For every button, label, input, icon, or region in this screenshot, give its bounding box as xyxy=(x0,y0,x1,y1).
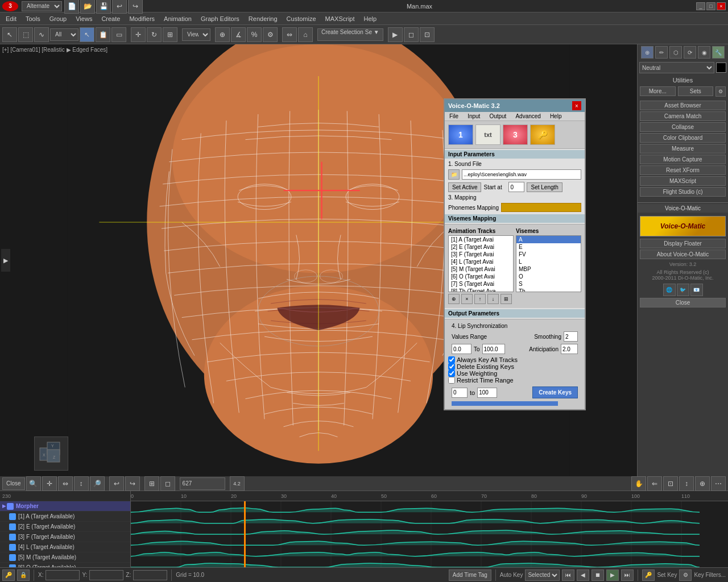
viseme-item-a[interactable]: A xyxy=(516,236,581,243)
vom-icon-3[interactable]: 3 xyxy=(503,124,528,145)
vom-file-icon[interactable]: 📁 xyxy=(448,169,460,180)
vom-visemes-list[interactable]: A E FV L MBP O S Th UWQ xyxy=(516,235,581,292)
select-by-name-btn[interactable]: 📋 xyxy=(96,27,110,42)
vom-panel-icon-3[interactable]: 📧 xyxy=(690,284,703,296)
vom-cb-delete-keys[interactable] xyxy=(448,363,455,370)
menu-animation[interactable]: Animation xyxy=(159,14,196,23)
viseme-item-mbp[interactable]: MBP xyxy=(516,265,581,273)
tl-pan2-btn[interactable]: ↕ xyxy=(679,476,694,491)
tl-snap-btn[interactable]: ⊞ xyxy=(144,476,159,491)
minimize-btn[interactable]: _ xyxy=(696,2,705,10)
close-btn[interactable]: × xyxy=(717,2,726,10)
open-btn[interactable]: 📂 xyxy=(80,0,95,14)
lasso-btn[interactable]: ∿ xyxy=(34,27,49,42)
viseme-item-o[interactable]: O xyxy=(516,273,581,280)
tl-frame-left-btn[interactable]: ⇐ xyxy=(647,476,662,491)
viewport[interactable]: [+] [Camera01] [Realistic ▶ Edged Faces] xyxy=(0,44,637,476)
tl-frame-icon-btn[interactable]: ⊡ xyxy=(663,476,678,491)
config-icon[interactable]: ⚙ xyxy=(715,86,726,97)
play-back-btn[interactable]: ◀ xyxy=(577,569,589,581)
viseme-item-l[interactable]: L xyxy=(516,258,581,265)
select-btn[interactable]: ↖ xyxy=(2,27,17,42)
tl-more-btn[interactable]: ⋯ xyxy=(711,476,726,491)
tl-4.2-btn[interactable]: 4.2 xyxy=(230,476,245,491)
vom-menu-file[interactable]: File xyxy=(445,112,463,120)
vom-file-input[interactable] xyxy=(462,169,581,180)
vom-action-3[interactable]: ↑ xyxy=(474,294,486,304)
morpher-track[interactable]: ▶ Morpher xyxy=(0,501,130,512)
redo-btn[interactable]: ↪ xyxy=(128,0,143,14)
lock-btn[interactable]: 🔒 xyxy=(17,569,30,581)
tl-region-btn[interactable]: ◻ xyxy=(160,476,175,491)
color-clipboard-btn[interactable]: Color Clipboard xyxy=(640,133,726,143)
vom-titlebar[interactable]: Voice-O-Matic 3.2 × xyxy=(445,99,585,112)
vom-icon-txt[interactable]: txt xyxy=(475,124,500,145)
vom-close-btn[interactable]: × xyxy=(572,101,581,110)
vom-setlength-btn[interactable]: Set Length xyxy=(527,182,562,192)
tl-undo-btn[interactable]: ↩ xyxy=(109,476,124,491)
vom-close-panel-btn[interactable]: Close xyxy=(640,298,726,307)
render2-btn[interactable]: ◻ xyxy=(404,27,419,42)
modify-icon[interactable]: ✏ xyxy=(655,46,668,59)
menu-edit[interactable]: Edit xyxy=(1,14,21,23)
vom-action-1[interactable]: ⊕ xyxy=(448,294,460,304)
track-item-1[interactable]: [1] A (Target Avai xyxy=(449,236,513,243)
maxscript-util-btn[interactable]: MAXScript xyxy=(640,176,726,186)
motion-capture-btn[interactable]: Motion Capture xyxy=(640,155,726,164)
new-btn[interactable]: 📄 xyxy=(64,0,79,14)
create-keys-btn[interactable]: Create Keys xyxy=(532,386,578,398)
menu-help[interactable]: Help xyxy=(359,14,382,23)
track-item-3[interactable]: [3] F (Target Avai xyxy=(449,251,513,258)
menu-rendering[interactable]: Rendering xyxy=(244,14,282,23)
y-input[interactable] xyxy=(89,570,123,580)
vom-menu-help[interactable]: Help xyxy=(545,112,566,120)
scale-btn[interactable]: ⊞ xyxy=(163,27,177,42)
viseme-item-fv[interactable]: FV xyxy=(516,251,581,258)
z-input[interactable] xyxy=(133,570,167,580)
asset-browser-btn[interactable]: Asset Browser xyxy=(640,101,726,110)
vom-action-4[interactable]: ↓ xyxy=(487,294,499,304)
viseme-item-s[interactable]: S xyxy=(516,280,581,288)
create-selection-btn[interactable]: Create Selection Se ▼ xyxy=(317,28,383,41)
percent-snap-btn[interactable]: % xyxy=(247,27,262,42)
render3-btn[interactable]: ⊡ xyxy=(420,27,435,42)
reset-xform-btn[interactable]: Reset XForm xyxy=(640,165,726,175)
motion-icon[interactable]: ⟳ xyxy=(684,46,696,59)
vom-cb-use-weighting[interactable] xyxy=(448,370,455,377)
track-timeline-area[interactable]: 0 10 20 30 40 50 60 70 80 90 100 110 xyxy=(131,491,728,567)
x-input[interactable] xyxy=(46,570,80,580)
vom-icon-key[interactable]: 🔑 xyxy=(530,124,555,145)
playhead[interactable] xyxy=(245,501,246,567)
menu-maxscript[interactable]: MAXScript xyxy=(321,14,359,23)
vom-menu-advanced[interactable]: Advanced xyxy=(511,112,545,120)
tl-zoom-btn[interactable]: 🔎 xyxy=(90,476,105,491)
tl-hand-btn[interactable]: ✋ xyxy=(631,476,646,491)
key-lock-btn[interactable]: 🔑 xyxy=(642,569,655,581)
track-item-4[interactable]: [4] L (Target Avai xyxy=(449,258,513,265)
filter-dropdown[interactable]: All xyxy=(50,28,78,41)
color-swatch[interactable] xyxy=(716,63,726,73)
tl-scale-btn[interactable]: ⇔ xyxy=(58,476,73,491)
angle-snap-btn[interactable]: ∡ xyxy=(231,27,246,42)
key-mode-btn[interactable]: ⚙ xyxy=(679,569,692,581)
key-icon-btn[interactable]: 🔑 xyxy=(2,569,15,581)
align-btn[interactable]: ⌂ xyxy=(298,27,313,42)
rect-select-btn[interactable]: ▭ xyxy=(111,27,126,42)
menu-modifiers[interactable]: Modifiers xyxy=(125,14,159,23)
more-btn[interactable]: More... xyxy=(640,86,676,96)
stop-btn[interactable]: ⏹ xyxy=(592,569,604,581)
viseme-item-e[interactable]: E xyxy=(516,243,581,251)
menu-graph-editors[interactable]: Graph Editors xyxy=(196,14,244,23)
track-4[interactable]: [4] L (Target Available) xyxy=(0,542,130,552)
tl-filter-btn[interactable]: 🔍 xyxy=(26,476,41,491)
vom-from-input[interactable] xyxy=(452,344,471,354)
vom-panel-icon-2[interactable]: 🐦 xyxy=(677,284,689,296)
neutral-dropdown[interactable]: Neutral xyxy=(639,62,714,73)
track-item-5[interactable]: [5] M (Target Avai xyxy=(449,265,513,273)
vom-cb-restrict-time[interactable] xyxy=(448,377,455,384)
selected-dropdown[interactable]: Selected xyxy=(525,569,560,581)
maximize-btn[interactable]: □ xyxy=(706,2,715,10)
timeline-close-btn[interactable]: Close xyxy=(2,477,25,490)
play-btn[interactable]: ▶ xyxy=(606,569,619,581)
track-1[interactable]: [1] A (Target Available) xyxy=(0,512,130,522)
